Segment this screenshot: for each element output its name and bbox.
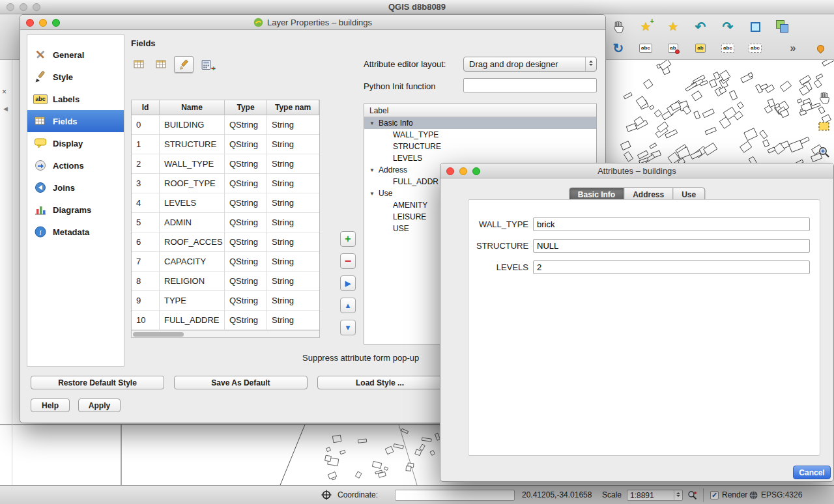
table-cell: 9 <box>132 291 160 311</box>
color-droplet-icon[interactable] <box>812 39 829 57</box>
label-abc-dashed-icon[interactable]: abc <box>719 39 736 57</box>
layer-properties-titlebar[interactable]: Layer Properties – buildings <box>20 15 605 30</box>
cancel-button[interactable]: Cancel <box>793 466 831 479</box>
sidebar-item-general[interactable]: General <box>27 44 124 66</box>
close-button[interactable] <box>446 167 454 175</box>
designer-move-up-button[interactable]: ▲ <box>340 298 356 313</box>
window-controls[interactable] <box>446 167 480 175</box>
wall-type-input[interactable] <box>533 217 810 231</box>
show-bookmarks-icon[interactable]: ★ <box>665 18 682 36</box>
sidebar-item-diagrams[interactable]: Diagrams <box>27 199 124 221</box>
zoom-in-icon[interactable] <box>816 143 833 161</box>
tree-item-wall-type[interactable]: WALL_TYPE <box>364 129 596 141</box>
save-as-default-button[interactable]: Save As Default <box>174 376 308 389</box>
structure-input[interactable] <box>533 239 810 253</box>
zoom-button[interactable] <box>52 19 60 27</box>
table-cell: CAPACITY <box>160 252 225 272</box>
disclosure-triangle-icon[interactable]: ▼ <box>369 120 378 126</box>
table-row[interactable]: 5ADMINQStringString <box>132 213 319 232</box>
table-row[interactable]: 9TYPEQStringString <box>132 291 319 311</box>
table-cell: ADMIN <box>160 213 225 232</box>
new-bookmark-icon[interactable]: ★+ <box>637 18 654 36</box>
load-style-button[interactable]: Load Style ... <box>317 376 442 389</box>
designer-move-down-button[interactable]: ▼ <box>340 320 356 335</box>
tree-item-basic-info[interactable]: ▼Basic Info <box>364 117 596 129</box>
main-zoom-button[interactable] <box>33 3 40 11</box>
refresh-icon[interactable]: ↻ <box>610 39 627 57</box>
coordinate-input[interactable] <box>395 490 515 501</box>
minimize-button[interactable] <box>459 167 467 175</box>
minimize-button[interactable] <box>39 19 47 27</box>
new-column-button[interactable]: + <box>130 56 149 73</box>
pan-map-icon[interactable] <box>816 89 833 107</box>
scrollbar-thumb[interactable] <box>133 332 184 337</box>
column-header-id[interactable]: Id <box>132 100 160 115</box>
main-window-controls[interactable] <box>7 3 40 11</box>
table-row[interactable]: 1STRUCTUREQStringString <box>132 135 319 154</box>
designer-apply-button[interactable]: ▶ <box>340 275 356 291</box>
designer-add-button[interactable]: + <box>340 231 356 247</box>
label-ab-plus-icon[interactable]: ab <box>692 39 709 57</box>
label-abc-icon[interactable]: abc <box>637 39 654 57</box>
sidebar-item-metadata[interactable]: iMetadata <box>27 221 124 243</box>
panel-collapse-icon[interactable]: ◀ <box>3 105 8 112</box>
sidebar-item-joins[interactable]: Joins <box>27 176 124 199</box>
scale-combobox[interactable]: 1:8891 <box>627 490 683 501</box>
restore-default-style-button[interactable]: Restore Default Style <box>31 376 164 389</box>
table-row[interactable]: 3ROOF_TYPEQStringString <box>132 174 319 193</box>
main-close-button[interactable] <box>7 3 14 11</box>
touch-icon[interactable] <box>610 18 627 36</box>
main-minimize-button[interactable] <box>20 3 27 11</box>
toggle-editing-button[interactable] <box>174 56 194 73</box>
zoom-button[interactable] <box>472 167 480 175</box>
sidebar-item-display[interactable]: Display <box>27 132 124 154</box>
label-ab-red-icon[interactable]: ab <box>665 39 682 57</box>
horizontal-scrollbar[interactable] <box>132 330 319 337</box>
disclosure-triangle-icon[interactable]: ▼ <box>369 167 378 173</box>
tree-item-structure[interactable]: STRUCTURE <box>364 141 596 152</box>
window-controls[interactable] <box>26 19 60 27</box>
disclosure-triangle-icon[interactable]: ▼ <box>369 191 378 197</box>
apply-button[interactable]: Apply <box>78 399 121 412</box>
table-row[interactable]: 10FULL_ADDREQStringString <box>132 311 319 330</box>
attributes-titlebar[interactable]: Attributes – buildings <box>440 163 833 178</box>
panel-close-icon[interactable]: × <box>2 87 7 96</box>
delete-column-button[interactable]: − <box>152 56 171 73</box>
help-button[interactable]: Help <box>31 399 70 412</box>
redo-icon[interactable]: ↷ <box>719 18 736 36</box>
close-button[interactable] <box>26 19 34 27</box>
table-row[interactable]: 7CAPACITYQStringString <box>132 252 319 272</box>
table-row[interactable]: 0BUILDINGQStringString <box>132 115 319 135</box>
label-abc-dashed2-icon[interactable]: abc <box>747 39 764 57</box>
table-cell: QString <box>225 115 267 135</box>
map-tips-icon[interactable] <box>747 18 764 36</box>
overflow-chevron[interactable]: » <box>784 39 801 57</box>
scale-spinner-icon[interactable] <box>674 490 682 500</box>
sidebar-item-style[interactable]: Style <box>27 66 124 88</box>
coordinate-capture-icon[interactable] <box>321 490 332 503</box>
designer-remove-button[interactable]: − <box>340 253 356 269</box>
sidebar-item-labels[interactable]: abcLabels <box>27 88 124 110</box>
scale-edit-icon[interactable] <box>687 490 697 503</box>
column-header-type-nam[interactable]: Type nam <box>267 100 319 115</box>
crs-status-icon[interactable] <box>749 490 758 503</box>
undo-icon[interactable]: ↶ <box>692 18 709 36</box>
zoom-selection-icon[interactable] <box>816 117 833 135</box>
render-checkbox[interactable]: ✓ <box>710 491 719 499</box>
python-init-input[interactable] <box>463 78 597 92</box>
column-header-name[interactable]: Name <box>160 100 225 115</box>
statusbar: Coordinate: 20.41205,-34.01658 Scale 1:8… <box>0 485 834 504</box>
dialog-title: Attributes – buildings <box>597 166 676 176</box>
table-row[interactable]: 8RELIGIONQStringString <box>132 272 319 291</box>
table-row[interactable]: 6ROOF_ACCESQStringString <box>132 232 319 252</box>
column-header-type[interactable]: Type <box>225 100 267 115</box>
fields-table[interactable]: IdNameTypeType nam0BUILDINGQStringString… <box>131 100 320 338</box>
levels-input[interactable] <box>533 260 810 274</box>
table-cell: String <box>267 232 319 252</box>
table-row[interactable]: 4LEVELSQStringString <box>132 193 319 213</box>
sidebar-item-fields[interactable]: Fields <box>27 110 124 132</box>
table-row[interactable]: 2WALL_TYPEQStringString <box>132 154 319 174</box>
map-themes-icon[interactable] <box>774 18 791 36</box>
sidebar-item-actions[interactable]: Actions <box>27 154 124 176</box>
attribute-editor-layout-select[interactable]: Drag and drop designer <box>463 57 597 72</box>
